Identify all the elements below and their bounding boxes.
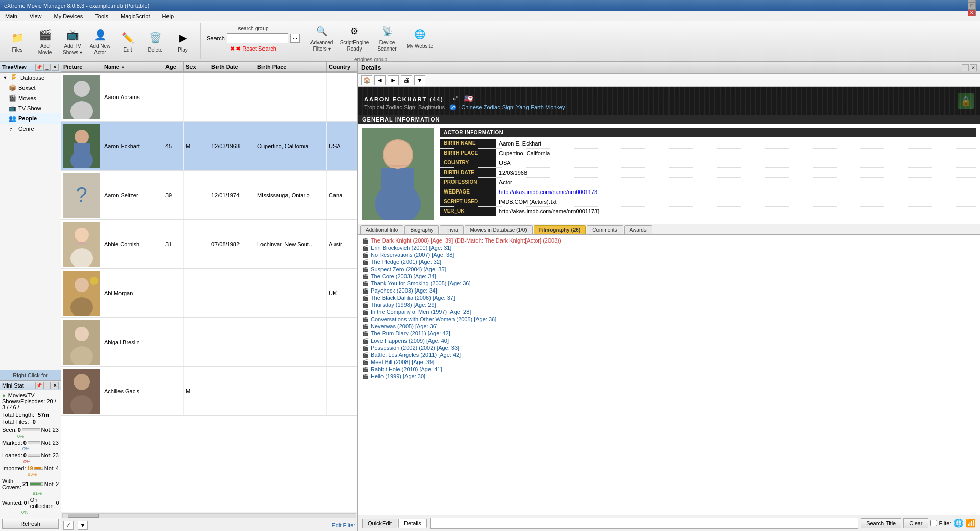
film-item[interactable]: 🎬 Erin Brockovich (2000) [Age: 31] [360, 244, 978, 251]
film-item[interactable]: 🎬 The Pledge (2001) [Age: 32] [360, 258, 978, 266]
back-button[interactable]: ◄ [374, 75, 386, 85]
search-title-button[interactable]: Search Title [861, 518, 901, 528]
treeview-minimize-btn[interactable]: _ [43, 64, 51, 71]
menu-main[interactable]: Main [2, 12, 20, 20]
table-row[interactable]: Aaron Abrams [61, 73, 357, 122]
film-item[interactable]: 🎬 Battle: Los Angeles (2011) [Age: 42] [360, 351, 978, 358]
col-header-name[interactable]: Name ▲ [102, 62, 163, 71]
search-input[interactable] [227, 33, 288, 43]
sidebar-item-boxset[interactable]: 📦 Boxset [0, 83, 61, 93]
details-close-btn[interactable]: ✕ [970, 64, 977, 71]
film-item[interactable]: 🎬 Paycheck (2003) [Age: 34] [360, 287, 978, 294]
imported-progress [34, 467, 43, 470]
print-dropdown-btn[interactable]: ▼ [414, 75, 425, 85]
tab-trivia[interactable]: Trivia [440, 225, 463, 234]
my-website-button[interactable]: 🌐 My Website [404, 21, 435, 55]
webpage-link[interactable]: http://akas.imdb.com/name/nm0001173 [499, 189, 597, 195]
home-button[interactable]: 🏠 [361, 75, 372, 85]
edit-filter-button[interactable]: Edit Filter [332, 522, 355, 528]
tab-additional-info[interactable]: Additional Info [360, 225, 403, 234]
play-button[interactable]: ▶ Play [170, 25, 196, 58]
table-row[interactable]: Abbie Cornish 31 07/08/1982 Lochinvar, N… [61, 220, 357, 269]
close-btn[interactable]: ✕ [968, 9, 976, 16]
sidebar-item-tvshow[interactable]: 📺 TV Show [0, 103, 61, 113]
birth-date-value: 12/03/1968 [496, 168, 976, 178]
device-scanner-button[interactable]: 📡 Device Scanner [372, 21, 402, 55]
grid-hscroll[interactable] [61, 512, 357, 519]
film-item[interactable]: 🎬 No Reservations (2007) [Age: 38] [360, 251, 978, 258]
menu-magicscript[interactable]: MagicScript [117, 12, 153, 20]
film-title: The Pledge (2001) [Age: 32] [371, 259, 441, 265]
film-item[interactable]: 🎬 The Rum Diary (2011) [Age: 42] [360, 330, 978, 337]
add-actor-button[interactable]: 👤 Add New Actor [87, 25, 113, 58]
add-movie-button[interactable]: 🎬 Add Movie [32, 25, 58, 58]
print-button[interactable]: 🖨 [401, 75, 412, 85]
files-button[interactable]: 📁 Files [4, 25, 31, 58]
col-header-country[interactable]: Country [327, 62, 357, 71]
col-header-sex[interactable]: Sex [184, 62, 209, 71]
tab-filmography[interactable]: Filmography (26) [534, 225, 586, 234]
film-item[interactable]: 🎬 Conversations with Other Women (2005) … [360, 316, 978, 323]
film-item[interactable]: 🎬 Love Happens (2009) [Age: 40] [360, 337, 978, 344]
advanced-filters-button[interactable]: 🔍 Advanced Filters ▾ [306, 21, 337, 55]
sidebar-item-database[interactable]: ▼ 🗄 Database [0, 73, 61, 83]
check-button[interactable]: ✓ [63, 521, 74, 530]
search-dots-button[interactable]: ··· [290, 34, 300, 43]
maximize-btn[interactable]: □ [968, 2, 976, 9]
reset-search-button[interactable]: ✖ ✖ Reset Search [230, 45, 276, 52]
film-item[interactable]: 🎬 Possession (2002) (2002) [Age: 33] [360, 344, 978, 351]
tab-details[interactable]: Details [398, 519, 427, 528]
menu-help[interactable]: Help [159, 12, 177, 20]
tab-comments[interactable]: Comments [587, 225, 623, 234]
col-header-picture[interactable]: Picture [61, 62, 102, 71]
filter-checkbox[interactable] [930, 520, 937, 526]
table-row[interactable]: Abi Morgan UK [61, 269, 357, 318]
menu-tools[interactable]: Tools [92, 12, 111, 20]
film-item[interactable]: 🎬 Rabbit Hole (2010) [Age: 41] [360, 366, 978, 373]
film-item[interactable]: 🎬 Thursday (1998) [Age: 29] [360, 301, 978, 308]
film-item[interactable]: 🎬 The Core (2003) [Age: 34] [360, 273, 978, 280]
film-item[interactable]: 🎬 Meet Bill (2008) [Age: 39] [360, 358, 978, 366]
treeview-pin-btn[interactable]: 📌 [35, 64, 42, 71]
film-item[interactable]: 🎬 Suspect Zero (2004) [Age: 35] [360, 266, 978, 273]
script-engine-button[interactable]: ⚙ ScriptEngine Ready [339, 21, 370, 55]
menu-devices[interactable]: My Devices [51, 12, 86, 20]
film-item[interactable]: 🎬 The Dark Knight (2008) [Age: 39] (DB-M… [360, 237, 978, 244]
hscroll-thumb[interactable] [68, 514, 99, 518]
wanted-pct-row: 0% [2, 510, 59, 515]
sidebar-item-movies[interactable]: 🎬 Movies [0, 93, 61, 103]
sidebar-item-people[interactable]: 👥 People [0, 113, 61, 124]
film-item[interactable]: 🎬 Thank You for Smoking (2005) [Age: 36] [360, 280, 978, 287]
sidebar-item-genre[interactable]: 🏷 Genre [0, 124, 61, 134]
mini-stat-minimize-btn[interactable]: _ [43, 382, 51, 389]
table-row[interactable]: Achilles Gacis M [61, 367, 357, 416]
table-row[interactable]: Abigail Breslin [61, 318, 357, 367]
clear-button[interactable]: Clear [903, 518, 928, 528]
tab-biography[interactable]: Biography [404, 225, 439, 234]
menu-view[interactable]: View [27, 12, 45, 20]
treeview-close-btn[interactable]: ✕ [52, 64, 59, 71]
film-item[interactable]: 🎬 Neverwas (2005) [Age: 36] [360, 323, 978, 330]
film-item[interactable]: 🎬 The Black Dahlia (2006) [Age: 37] [360, 294, 978, 301]
main-toolbar-group: 📁 Files 🎬 Add Movie 📺 Add TV Shows ▾ 👤 A… [4, 23, 201, 59]
tab-movies-in-db[interactable]: Movies in Database (1/0) [465, 225, 533, 234]
mini-stat-pin-btn[interactable]: 📌 [35, 382, 42, 389]
col-header-birth-place[interactable]: Birth Place [255, 62, 327, 71]
film-item[interactable]: 🎬 Hello (1999) [Age: 30] [360, 373, 978, 380]
forward-button[interactable]: ► [388, 75, 399, 85]
col-header-birth-date[interactable]: Birth Date [209, 62, 255, 71]
delete-button[interactable]: 🗑️ Delete [142, 25, 169, 58]
mini-stat-close-btn[interactable]: ✕ [52, 382, 59, 389]
tab-awards[interactable]: Awards [624, 225, 652, 234]
col-header-age[interactable]: Age [163, 62, 184, 71]
dropdown-button[interactable]: ▼ [78, 521, 88, 530]
search-title-input[interactable] [430, 518, 858, 529]
add-tv-button[interactable]: 📺 Add TV Shows ▾ [59, 25, 86, 58]
film-item[interactable]: 🎬 In the Company of Men (1997) [Age: 28] [360, 308, 978, 316]
edit-button[interactable]: ✏️ Edit [114, 25, 141, 58]
refresh-button[interactable]: Refresh [2, 519, 59, 529]
table-row[interactable]: Aaron Eckhart 45 M 12/03/1968 Cupertino,… [61, 122, 357, 171]
details-minimize-btn[interactable]: _ [962, 64, 969, 71]
tab-quick-edit[interactable]: QuickEdit [362, 519, 397, 528]
table-row[interactable]: ? Aaron Seltzer 39 12/01/1974 Mississaug… [61, 171, 357, 220]
